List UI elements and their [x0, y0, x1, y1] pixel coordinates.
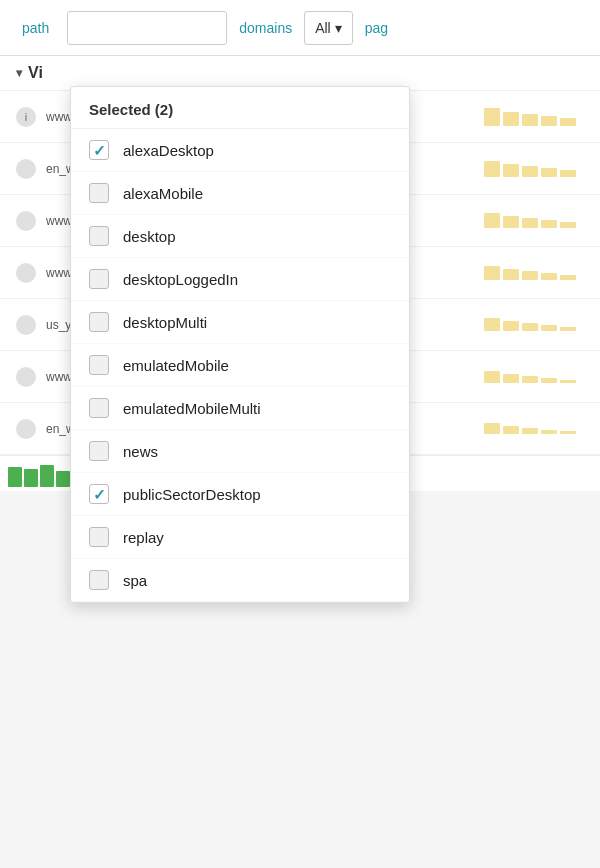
dropdown-item-label: desktopMulti — [123, 314, 207, 331]
dropdown-item-desktop[interactable]: desktop — [71, 215, 409, 258]
checkbox-replay[interactable] — [89, 527, 109, 547]
bar-item — [8, 467, 22, 487]
right-bar-group — [484, 266, 576, 280]
bar-item — [484, 108, 500, 126]
info-icon — [16, 263, 36, 283]
bar-item — [484, 371, 500, 383]
checkbox-publicSectorDesktop[interactable] — [89, 484, 109, 504]
dropdown-item-label: alexaMobile — [123, 185, 203, 202]
bar-item — [541, 273, 557, 280]
dropdown-item-replay[interactable]: replay — [71, 516, 409, 559]
info-icon — [16, 159, 36, 179]
right-bar-group — [484, 318, 576, 331]
bar-item — [522, 323, 538, 331]
section-title: Vi — [28, 64, 43, 82]
bar-item — [40, 465, 54, 487]
bar-item — [560, 222, 576, 228]
dropdown-item-label: alexaDesktop — [123, 142, 214, 159]
bar-item — [503, 321, 519, 331]
bar-item — [503, 164, 519, 177]
info-icon: i — [16, 107, 36, 127]
page-label: pag — [361, 14, 392, 42]
dropdown-item-label: desktop — [123, 228, 176, 245]
dropdown-item-publicSectorDesktop[interactable]: publicSectorDesktop — [71, 473, 409, 516]
bar-item — [560, 118, 576, 126]
bar-item — [560, 380, 576, 383]
dropdown-item-label: emulatedMobileMulti — [123, 400, 261, 417]
bar-item — [503, 269, 519, 280]
bar-item — [522, 218, 538, 228]
dropdown-item-alexaMobile[interactable]: alexaMobile — [71, 172, 409, 215]
bar-item — [503, 374, 519, 383]
bar-item — [541, 430, 557, 434]
dropdown-item-label: desktopLoggedIn — [123, 271, 238, 288]
bar-item — [503, 112, 519, 126]
bar-item — [484, 213, 500, 228]
top-bar: path domains All ▾ pag — [0, 0, 600, 56]
bar-item — [484, 318, 500, 331]
bar-item — [560, 431, 576, 434]
dropdown-item-desktopLoggedIn[interactable]: desktopLoggedIn — [71, 258, 409, 301]
path-label: path — [12, 14, 59, 42]
bar-item — [484, 266, 500, 280]
dropdown-header: Selected (2) — [71, 87, 409, 129]
right-bar-group — [484, 108, 576, 126]
checkbox-alexaMobile[interactable] — [89, 183, 109, 203]
right-bar-group — [484, 371, 576, 383]
dropdown-item-label: news — [123, 443, 158, 460]
bar-item — [503, 216, 519, 228]
dropdown-item-label: replay — [123, 529, 164, 546]
dropdown-overlay: Selected (2) alexaDesktop alexaMobile de… — [70, 86, 410, 603]
info-icon — [16, 315, 36, 335]
checkbox-news[interactable] — [89, 441, 109, 461]
bar-item — [484, 423, 500, 434]
info-icon — [16, 211, 36, 231]
domains-select[interactable]: All ▾ — [304, 11, 353, 45]
bar-item — [560, 327, 576, 331]
checkbox-desktopLoggedIn[interactable] — [89, 269, 109, 289]
dropdown-item-desktopMulti[interactable]: desktopMulti — [71, 301, 409, 344]
domains-value: All — [315, 20, 331, 36]
right-bar-group — [484, 423, 576, 434]
dropdown-item-spa[interactable]: spa — [71, 559, 409, 602]
checkbox-desktopMulti[interactable] — [89, 312, 109, 332]
dropdown-item-news[interactable]: news — [71, 430, 409, 473]
bar-item — [560, 275, 576, 280]
path-input[interactable] — [67, 11, 227, 45]
bar-item — [541, 220, 557, 228]
dropdown-item-emulatedMobileMulti[interactable]: emulatedMobileMulti — [71, 387, 409, 430]
bar-item — [522, 114, 538, 126]
domains-chevron-icon: ▾ — [335, 20, 342, 36]
bar-item — [503, 426, 519, 434]
bar-item — [541, 325, 557, 331]
bar-item — [522, 428, 538, 434]
bar-item — [522, 166, 538, 177]
right-bar-group — [484, 161, 576, 177]
right-bar-group — [484, 213, 576, 228]
info-icon — [16, 419, 36, 439]
bar-item — [541, 116, 557, 126]
domains-label: domains — [235, 14, 296, 42]
bar-item — [522, 271, 538, 280]
section-chevron-icon: ▾ — [16, 66, 22, 80]
bar-item — [560, 170, 576, 177]
bar-item — [541, 378, 557, 383]
bar-item — [541, 168, 557, 177]
dropdown-item-label: spa — [123, 572, 147, 589]
bar-item — [56, 471, 70, 487]
checkbox-emulatedMobileMulti[interactable] — [89, 398, 109, 418]
info-icon — [16, 367, 36, 387]
bar-item — [24, 469, 38, 487]
checkbox-alexaDesktop[interactable] — [89, 140, 109, 160]
dropdown-item-alexaDesktop[interactable]: alexaDesktop — [71, 129, 409, 172]
bar-item — [484, 161, 500, 177]
checkbox-spa[interactable] — [89, 570, 109, 590]
bar-item — [522, 376, 538, 383]
dropdown-item-label: emulatedMobile — [123, 357, 229, 374]
dropdown-item-emulatedMobile[interactable]: emulatedMobile — [71, 344, 409, 387]
dropdown-item-label: publicSectorDesktop — [123, 486, 261, 503]
checkbox-emulatedMobile[interactable] — [89, 355, 109, 375]
checkbox-desktop[interactable] — [89, 226, 109, 246]
